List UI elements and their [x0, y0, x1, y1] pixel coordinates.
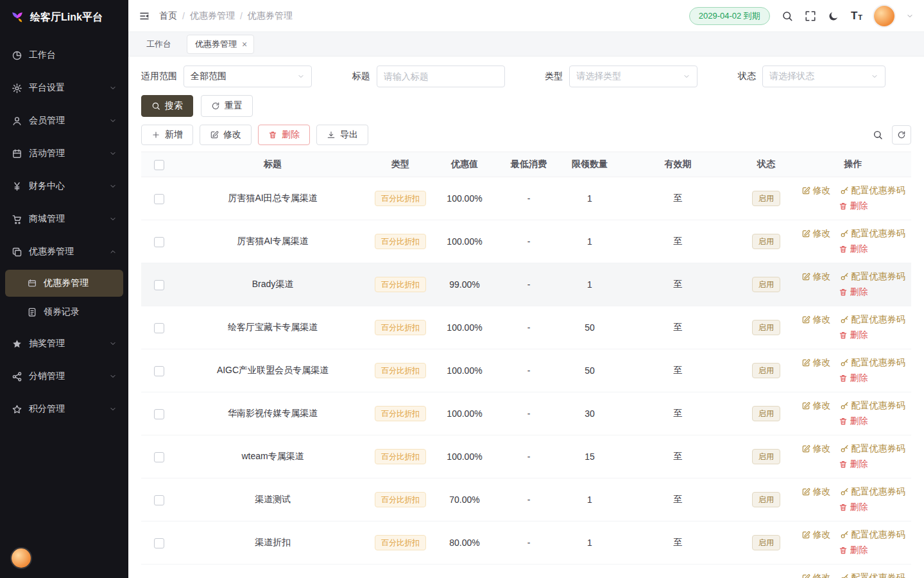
table-row: 修改配置优惠券码删除 — [141, 565, 911, 578]
status-select[interactable]: 请选择状态 — [762, 66, 886, 87]
row-edit-link[interactable]: 修改 — [801, 185, 831, 197]
title-input[interactable] — [377, 66, 505, 87]
row-configure-code-link-label: 配置优惠券码 — [851, 572, 905, 578]
row-configure-code-link[interactable]: 配置优惠券码 — [840, 486, 905, 498]
select-all-checkbox[interactable] — [154, 160, 164, 170]
sidebar-item-distribution-management[interactable]: 分销管理 — [5, 362, 123, 391]
row-delete-link[interactable]: 删除 — [839, 459, 868, 470]
row-delete-link[interactable]: 删除 — [839, 502, 868, 513]
row-configure-code-link[interactable]: 配置优惠券码 — [840, 314, 905, 326]
row-edit-link[interactable]: 修改 — [801, 443, 831, 455]
expiry-badge: 2029-04-02 到期 — [689, 7, 770, 25]
row-delete-link[interactable]: 删除 — [839, 545, 868, 556]
sidebar-item-points-management[interactable]: 积分管理 — [5, 394, 123, 424]
fullscreen-button[interactable] — [805, 10, 816, 22]
row-checkbox[interactable] — [154, 237, 164, 247]
reset-button[interactable]: 重置 — [201, 95, 253, 117]
coupon-table: 标题类型优惠值最低消费限领数量有效期状态操作 厉害猫AI田总专属渠道百分比折扣1… — [141, 152, 911, 578]
breadcrumb-item[interactable]: 优惠券管理 — [190, 10, 235, 22]
sidebar-item-workbench[interactable]: 工作台 — [5, 40, 123, 70]
row-edit-link[interactable]: 修改 — [801, 271, 831, 283]
type-tag: 百分比折扣 — [375, 492, 426, 507]
status-cell: 启用 — [737, 449, 795, 464]
user-avatar[interactable] — [874, 6, 894, 26]
user-menu-caret[interactable] — [906, 12, 914, 20]
claim-limit-cell: 1 — [561, 495, 619, 505]
export-button[interactable]: 导出 — [316, 125, 368, 145]
search-icon — [782, 10, 793, 22]
collapse-sidebar-button[interactable] — [139, 10, 150, 22]
breadcrumb-home[interactable]: 首页 — [159, 10, 177, 22]
delete-button[interactable]: 删除 — [258, 125, 310, 145]
row-delete-link[interactable]: 删除 — [839, 416, 868, 427]
sidebar-item-member-management[interactable]: 会员管理 — [5, 106, 123, 136]
discount-value-cell: 100.00% — [432, 365, 497, 376]
add-button[interactable]: 新增 — [141, 125, 193, 145]
row-edit-link[interactable]: 修改 — [801, 314, 831, 326]
row-checkbox[interactable] — [154, 280, 164, 290]
type-select[interactable]: 请选择类型 — [569, 66, 697, 87]
tab-workbench[interactable]: 工作台 — [140, 35, 178, 54]
app-logo[interactable]: 绘客厅Link平台 — [0, 0, 128, 35]
sidebar-item-coupon-records[interactable]: 领券记录 — [5, 299, 123, 326]
status-cell: 启用 — [737, 320, 795, 335]
tab-coupon-management[interactable]: 优惠券管理 × — [187, 35, 254, 54]
row-select-cell — [141, 279, 177, 290]
font-size-button[interactable]: TT — [851, 10, 862, 21]
row-checkbox[interactable] — [154, 194, 164, 204]
scope-select[interactable]: 全部范围 — [184, 66, 312, 87]
row-configure-code-link[interactable]: 配置优惠券码 — [840, 357, 905, 369]
row-checkbox[interactable] — [154, 366, 164, 376]
row-delete-link[interactable]: 删除 — [839, 243, 868, 255]
status-tag: 启用 — [752, 406, 780, 421]
title-label: 标题 — [352, 71, 370, 82]
row-checkbox[interactable] — [154, 495, 164, 505]
sidebar-item-activity-management[interactable]: 活动管理 — [5, 139, 123, 168]
row-configure-code-link-label: 配置优惠券码 — [851, 357, 905, 369]
logo-icon — [10, 10, 24, 24]
row-configure-code-link[interactable]: 配置优惠券码 — [840, 400, 905, 412]
row-checkbox[interactable] — [154, 452, 164, 462]
row-configure-code-link[interactable]: 配置优惠券码 — [840, 443, 905, 455]
row-checkbox[interactable] — [154, 538, 164, 548]
row-edit-link[interactable]: 修改 — [801, 529, 831, 541]
sidebar-item-platform-settings[interactable]: 平台设置 — [5, 73, 123, 103]
sidebar-item-mall-management[interactable]: 商城管理 — [5, 204, 123, 234]
search-button[interactable]: 搜索 — [141, 95, 193, 117]
sidebar-avatar[interactable] — [12, 548, 31, 568]
row-checkbox[interactable] — [154, 323, 164, 333]
dark-mode-button[interactable] — [828, 10, 839, 22]
row-configure-code-link[interactable]: 配置优惠券码 — [840, 572, 905, 578]
row-delete-link-label: 删除 — [850, 502, 868, 513]
table-search-button[interactable] — [873, 130, 883, 140]
row-edit-link[interactable]: 修改 — [801, 572, 831, 578]
table-row: 厉害猫AI田总专属渠道百分比折扣100.00%-1至启用修改配置优惠券码删除 — [141, 177, 911, 220]
coupon-title: wteam专属渠道 — [177, 451, 368, 462]
row-delete-link[interactable]: 删除 — [839, 200, 868, 212]
sidebar-item-coupon-management-page[interactable]: 优惠券管理 — [5, 270, 123, 297]
close-tab-icon[interactable]: × — [242, 40, 247, 49]
edit-button[interactable]: 修改 — [200, 125, 252, 145]
sidebar-item-coupon-management[interactable]: 优惠券管理 — [5, 237, 123, 267]
row-edit-link[interactable]: 修改 — [801, 357, 831, 369]
mall-icon — [12, 214, 22, 225]
discount-value-cell: 99.00% — [432, 279, 497, 290]
row-delete-link[interactable]: 删除 — [839, 286, 868, 298]
row-configure-code-link[interactable]: 配置优惠券码 — [840, 529, 905, 541]
table-row: Brady渠道百分比折扣99.00%-1至启用修改配置优惠券码删除 — [141, 263, 911, 306]
filter-title: 标题 — [352, 66, 505, 87]
row-checkbox[interactable] — [154, 409, 164, 419]
row-configure-code-link[interactable]: 配置优惠券码 — [840, 185, 905, 197]
row-configure-code-link[interactable]: 配置优惠券码 — [840, 271, 905, 283]
chevron-down-icon — [109, 117, 117, 125]
table-refresh-button[interactable] — [892, 125, 911, 144]
row-delete-link[interactable]: 删除 — [839, 372, 868, 384]
row-delete-link[interactable]: 删除 — [839, 329, 868, 341]
sidebar-item-lottery-management[interactable]: 抽奖管理 — [5, 329, 123, 358]
global-search-button[interactable] — [782, 10, 793, 22]
sidebar-item-finance-center[interactable]: 财务中心 — [5, 171, 123, 201]
row-edit-link[interactable]: 修改 — [801, 400, 831, 412]
row-configure-code-link[interactable]: 配置优惠券码 — [840, 228, 905, 240]
row-edit-link[interactable]: 修改 — [801, 486, 831, 498]
row-edit-link[interactable]: 修改 — [801, 228, 831, 240]
